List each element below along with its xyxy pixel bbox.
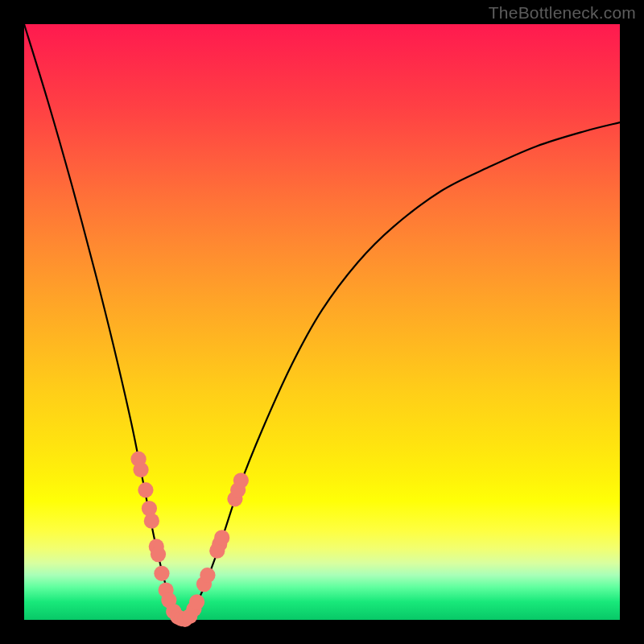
marker-dot xyxy=(233,473,249,488)
curve-markers xyxy=(130,452,249,627)
watermark-text: TheBottleneck.com xyxy=(489,3,636,23)
outer-frame: TheBottleneck.com xyxy=(0,0,644,644)
marker-dot xyxy=(200,568,215,583)
chart-svg xyxy=(24,24,620,620)
gradient-plot-area xyxy=(24,24,620,620)
marker-dot xyxy=(154,566,169,581)
marker-dot xyxy=(214,530,229,545)
marker-dot xyxy=(144,514,159,529)
marker-dot xyxy=(138,482,153,497)
marker-dot xyxy=(151,547,166,562)
marker-dot xyxy=(189,594,204,609)
bottleneck-curve xyxy=(24,24,620,620)
marker-dot xyxy=(133,462,148,477)
